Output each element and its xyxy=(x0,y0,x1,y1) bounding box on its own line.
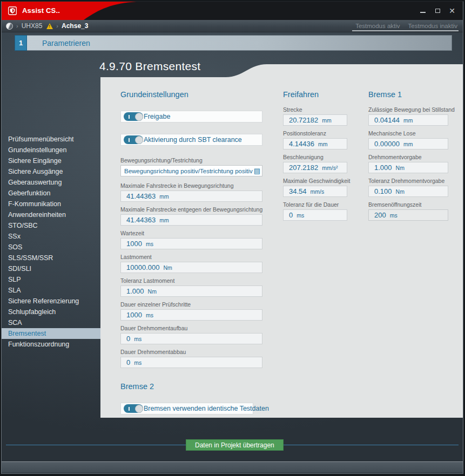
identical-testdata-toggle[interactable] xyxy=(124,404,143,413)
sidebar-item-f-kommunikation[interactable]: F-Kommunikation xyxy=(2,199,100,209)
parameter-field: Toleranz Drehmomentvorgabe 0.100 Nm xyxy=(368,178,448,197)
toggle-label: Freigabe xyxy=(144,113,170,120)
testmode-tabs: Testmodus aktiv Testmodus inaktiv xyxy=(352,21,459,31)
toggle-knob xyxy=(135,405,143,413)
minimize-button[interactable] xyxy=(417,5,428,16)
sidebar-item-bremsentest[interactable]: Bremsentest xyxy=(2,328,100,339)
direction-dropdown[interactable]: Bewegungsrichtung positiv/Testrichtung p… xyxy=(120,165,262,176)
field-input[interactable]: 41.44363 mm xyxy=(120,214,262,226)
toggle-knob xyxy=(135,113,143,121)
sidebar-item-sichere-ausg-nge[interactable]: Sichere Ausgänge xyxy=(2,166,100,177)
list-icon[interactable]: ▤ xyxy=(254,167,260,174)
sidebar-item-sdi-sli[interactable]: SDI/SLI xyxy=(2,263,100,274)
field-label: Maximale Geschwindigkeit xyxy=(283,178,347,185)
transfer-to-project-button[interactable]: Daten in Projekt übertragen xyxy=(186,439,284,451)
identical-testdata-toggle-box[interactable]: Bremsen verwenden identische Testdaten xyxy=(120,403,253,414)
field-unit: mm xyxy=(159,193,169,200)
field-unit: Nm xyxy=(396,188,405,195)
sbt-clearance-toggle[interactable] xyxy=(124,135,143,144)
field-unit: Nm xyxy=(163,264,172,271)
sidebar-item-sos[interactable]: SOS xyxy=(2,242,100,253)
field-input[interactable]: 0.00000 mm xyxy=(368,138,448,149)
section-grundeinstellungen: Grundeinstellungen Freigabe Aktivierung … xyxy=(120,90,262,414)
field-input[interactable]: 1.000 Nm xyxy=(120,285,262,297)
field-unit: ms xyxy=(134,359,141,366)
field-unit: mm xyxy=(403,117,413,124)
field-value: 207.2182 xyxy=(289,164,318,172)
field-unit: mm xyxy=(318,140,328,147)
field-label: Zulässige Bewegung bei Stillstand xyxy=(368,106,448,113)
testmode-inactive-button[interactable]: Testmodus inaktiv xyxy=(408,23,457,29)
status-bar xyxy=(2,461,463,473)
field-unit: mm/s xyxy=(311,188,325,195)
freigabe-toggle[interactable] xyxy=(124,112,143,121)
sidebar-item-schlupfabgleich[interactable]: Schlupfabgleich xyxy=(2,307,100,317)
field-input[interactable]: 4.14436 mm xyxy=(283,138,347,149)
sidebar-item-sla[interactable]: SLA xyxy=(2,285,100,296)
sidebar-item-anwendereinheiten[interactable]: Anwendereinheiten xyxy=(2,209,100,220)
field-value: 34.54 xyxy=(289,187,307,195)
sidebar-item-geberauswertung[interactable]: Geberauswertung xyxy=(2,177,100,188)
breadcrumb-axis[interactable]: Achse_3 xyxy=(62,22,88,30)
field-unit: ms xyxy=(390,212,397,219)
field-input[interactable]: 1000 ms xyxy=(120,309,262,321)
field-label: Maximale Fahrstrecke in Bewegungsrichtun… xyxy=(120,182,262,189)
maximize-button[interactable] xyxy=(432,5,443,16)
field-input[interactable]: 34.54 mm/s xyxy=(283,186,347,197)
sidebar-item-geberfunktion[interactable]: Geberfunktion xyxy=(2,188,100,199)
field-input[interactable]: 200 ms xyxy=(368,209,448,221)
field-input[interactable]: 0.04144 mm xyxy=(368,114,448,126)
project-sphere-icon[interactable] xyxy=(6,23,13,30)
breadcrumb-device[interactable]: UHX85 xyxy=(22,22,43,30)
field-label: Toleranz Drehmomentvorgabe xyxy=(368,178,448,185)
maximize-icon xyxy=(435,9,440,13)
field-label: Maximale Fahrstrecke entgegen der Bewegu… xyxy=(120,206,262,213)
freigabe-toggle-box[interactable]: Freigabe xyxy=(120,111,262,123)
sidebar-item-sichere-referenzierung[interactable]: Sichere Referenzierung xyxy=(2,296,100,307)
sidebar-item-sca[interactable]: SCA xyxy=(2,317,100,328)
field-unit: ms xyxy=(146,240,153,247)
step-label[interactable]: Parametrieren xyxy=(27,35,452,51)
parameter-field: Toleranz Lastmoment 1.000 Nm xyxy=(120,277,262,297)
field-value: 1.000 xyxy=(126,287,144,295)
toggle-knob xyxy=(135,136,143,144)
parameter-field: Strecke 20.72182 mm xyxy=(283,106,347,126)
field-input[interactable]: 20.72182 mm xyxy=(283,114,347,126)
sidebar-item-pr-fsummen-bersicht[interactable]: Prüfsummenübersicht xyxy=(2,134,100,145)
field-input[interactable]: 0 ms xyxy=(120,333,262,344)
sidebar-item-funktionszuordnung[interactable]: Funktionszuordnung xyxy=(2,339,100,350)
field-label: Wartezeit xyxy=(120,230,262,237)
parameter-field: Wartezeit 1000 ms xyxy=(120,230,262,249)
field-value: 0.100 xyxy=(374,187,392,195)
dropdown-value: Bewegungsrichtung positiv/Testrichtung p… xyxy=(124,168,254,174)
step-header: 1 Parametrieren xyxy=(15,35,452,51)
field-input[interactable]: 0.100 Nm xyxy=(368,186,448,197)
sbt-clearance-toggle-box[interactable]: Aktivierung durch SBT clearance xyxy=(120,134,262,146)
parameter-field: Zulässige Bewegung bei Stillstand 0.0414… xyxy=(368,106,448,126)
field-label: Toleranz Lastmoment xyxy=(120,277,262,284)
sidebar-item-grundeinstellungen[interactable]: Grundeinstellungen xyxy=(2,145,100,155)
sidebar-item-ssx[interactable]: SSx xyxy=(2,231,100,242)
direction-field: Bewegungsrichtung/Testrichtung Bewegungs… xyxy=(120,157,262,176)
toggle-on-mark xyxy=(129,115,130,119)
sidebar-item-slp[interactable]: SLP xyxy=(2,274,100,285)
testmode-active-button[interactable]: Testmodus aktiv xyxy=(355,23,400,29)
field-input[interactable]: 0 ms xyxy=(120,357,262,368)
toggle-label: Bremsen verwenden identische Testdaten xyxy=(144,405,269,412)
sidebar-item-sto-sbc[interactable]: STO/SBC xyxy=(2,220,100,231)
field-input[interactable]: 0 ms xyxy=(283,209,347,221)
field-input[interactable]: 41.44363 mm xyxy=(120,191,262,202)
toggle-on-mark xyxy=(129,407,130,411)
field-value: 0.00000 xyxy=(374,140,400,148)
field-input[interactable]: 1000 ms xyxy=(120,238,262,249)
field-input[interactable]: 207.2182 mm/s² xyxy=(283,162,347,173)
sidebar-item-sls-ssm-ssr[interactable]: SLS/SSM/SSR xyxy=(2,253,100,263)
close-button[interactable]: ✕ xyxy=(447,5,457,16)
field-input[interactable]: 10000.000 Nm xyxy=(120,262,262,273)
field-value: 1000 xyxy=(126,240,142,248)
sidebar-nav: PrüfsummenübersichtGrundeinstellungenSic… xyxy=(2,134,100,350)
sidebar-item-sichere-eing-nge[interactable]: Sichere Eingänge xyxy=(2,155,100,166)
field-input[interactable]: 1.000 Nm xyxy=(368,162,448,173)
field-label: Mechanische Lose xyxy=(368,130,448,137)
field-label: Strecke xyxy=(283,106,347,113)
